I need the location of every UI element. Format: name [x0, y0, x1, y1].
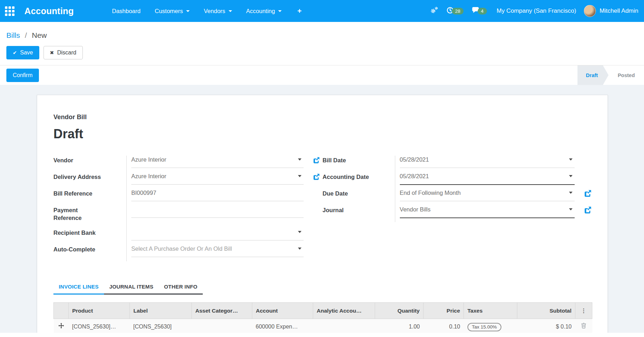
bill-reference-field[interactable]: BI000997	[131, 189, 304, 201]
auto-complete-label: Auto-Complete	[53, 245, 126, 261]
user-menu[interactable]: Mitchell Admin	[584, 5, 638, 17]
external-link-icon[interactable]	[584, 206, 592, 214]
column-header-label: Label	[130, 303, 192, 319]
form-left-column: Vendor Azure Interior Delivery Address A…	[53, 156, 304, 261]
external-link-icon[interactable]	[584, 190, 592, 197]
tax-badge[interactable]: Tax 15.00%	[467, 323, 502, 331]
cell-account[interactable]: 600000 Expen…	[252, 319, 313, 333]
delivery-address-field[interactable]: Azure Interior	[131, 172, 304, 185]
tab-other-info[interactable]: OTHER INFO	[159, 280, 203, 295]
chevron-down-icon[interactable]	[298, 158, 301, 161]
delete-line-icon[interactable]	[581, 323, 586, 331]
cell-product[interactable]: [CONS_25630]…	[69, 319, 130, 333]
plus-icon: +	[297, 7, 301, 15]
chevron-down-icon	[278, 10, 282, 12]
discard-button[interactable]: ✖ Discard	[44, 46, 83, 59]
breadcrumb-bills-link[interactable]: Bills	[6, 31, 20, 39]
column-header-account: Account	[252, 303, 313, 319]
status-step-draft[interactable]: Draft	[577, 65, 609, 85]
due-date-label: Due Date	[323, 189, 395, 205]
menu-vendors[interactable]: Vendors	[204, 8, 232, 14]
invoice-line-row: [CONS_25630]… [CONS_25630] Screw 600000 …	[54, 319, 592, 333]
settings-gears-icon[interactable]	[430, 6, 438, 16]
action-buttons: ✔ Save ✖ Discard	[6, 46, 638, 59]
field-row-due-date: Due Date End of Following Month	[313, 189, 592, 205]
chevron-down-icon	[186, 10, 190, 12]
field-row-vendor: Vendor Azure Interior	[53, 156, 304, 172]
cell-analytic-account[interactable]	[313, 319, 375, 333]
user-name: Mitchell Admin	[599, 7, 638, 14]
column-header-analytic-account: Analytic Accou…	[313, 303, 375, 319]
document-type-label: Vendor Bill	[53, 114, 592, 121]
menu-customers[interactable]: Customers	[155, 8, 190, 14]
company-switcher[interactable]: My Company (San Francisco)	[497, 7, 576, 14]
menu-dashboard[interactable]: Dashboard	[112, 8, 141, 14]
cell-subtotal[interactable]: $ 0.10	[517, 319, 575, 333]
column-header-taxes: Taxes	[464, 303, 517, 319]
cell-taxes[interactable]: Tax 15.00%	[464, 319, 517, 333]
external-link-icon[interactable]	[313, 175, 320, 181]
cell-asset-category[interactable]	[192, 319, 252, 333]
field-row-journal: Journal Vendor Bills	[313, 205, 592, 222]
status-step-posted[interactable]: Posted	[609, 65, 644, 85]
auto-complete-field[interactable]: Select A Purchase Order Or An Old Bill	[131, 245, 304, 257]
cell-price[interactable]: 0.10	[424, 319, 464, 333]
column-header-quantity: Quantity	[375, 303, 424, 319]
accounting-date-field[interactable]: 05/28/2021	[400, 172, 575, 185]
handle-column-header	[54, 303, 69, 319]
breadcrumb-separator: /	[25, 31, 27, 39]
chevron-down-icon[interactable]	[569, 208, 573, 210]
field-row-bill-reference: Bill Reference BI000997	[53, 189, 304, 205]
accounting-date-label: Accounting Date	[323, 172, 395, 189]
topbar-right: 28 4 My Company (San Francisco) Mitchell…	[430, 5, 638, 17]
chevron-down-icon[interactable]	[298, 231, 301, 233]
payment-reference-label: Payment Reference	[53, 205, 126, 228]
breadcrumb-current: New	[32, 31, 47, 39]
document-state-title: Draft	[53, 127, 592, 141]
confirm-button[interactable]: Confirm	[6, 69, 39, 82]
field-row-recipient-bank: Recipient Bank	[53, 228, 304, 245]
bill-date-field[interactable]: 05/28/2021	[400, 156, 575, 168]
activities-button[interactable]: 28	[446, 6, 464, 16]
due-date-field[interactable]: End of Following Month	[400, 189, 575, 201]
chevron-down-icon[interactable]	[569, 175, 573, 177]
field-row-delivery-address: Delivery Address Azure Interior	[53, 172, 304, 189]
cell-label[interactable]: [CONS_25630] Screw	[130, 319, 192, 333]
column-header-subtotal: Subtotal	[517, 303, 575, 319]
bill-reference-label: Bill Reference	[53, 189, 126, 205]
save-button[interactable]: ✔ Save	[6, 46, 39, 59]
menu-accounting[interactable]: Accounting	[246, 8, 282, 14]
tab-invoice-lines[interactable]: INVOICE LINES	[53, 280, 104, 295]
status-steps: Draft Posted	[577, 65, 644, 85]
check-icon: ✔	[13, 50, 17, 56]
delivery-address-label: Delivery Address	[53, 172, 126, 189]
field-row-bill-date: Bill Date 05/28/2021	[313, 156, 592, 172]
payment-reference-field[interactable]	[131, 205, 304, 218]
field-row-auto-complete: Auto-Complete Select A Purchase Order Or…	[53, 245, 304, 261]
field-row-payment-reference: Payment Reference	[53, 205, 304, 228]
drag-handle-icon[interactable]	[54, 319, 69, 333]
chevron-down-icon[interactable]	[298, 248, 301, 250]
invoice-lines-table: Product Label Asset Categor… Account Ana…	[53, 302, 592, 333]
app-title[interactable]: Accounting	[24, 6, 74, 16]
journal-field[interactable]: Vendor Bills	[400, 205, 575, 218]
column-options-icon[interactable]: ⋮	[575, 303, 592, 319]
journal-label: Journal	[323, 205, 395, 222]
recipient-bank-field[interactable]	[131, 228, 304, 240]
column-header-product: Product	[69, 303, 130, 319]
close-icon: ✖	[50, 50, 54, 56]
apps-menu-icon[interactable]	[5, 6, 15, 16]
chevron-down-icon[interactable]	[569, 192, 573, 194]
cell-quantity[interactable]: 1.00	[375, 319, 424, 333]
user-avatar	[584, 5, 596, 17]
external-link-icon[interactable]	[313, 159, 320, 165]
chevron-down-icon[interactable]	[298, 175, 301, 177]
tab-journal-items[interactable]: JOURNAL ITEMS	[104, 280, 159, 295]
breadcrumb: Bills / New	[6, 31, 638, 40]
bill-date-label: Bill Date	[323, 156, 395, 172]
vendor-field[interactable]: Azure Interior	[131, 156, 304, 168]
add-menu-button[interactable]: +	[297, 7, 301, 15]
statusbar: Confirm Draft Posted	[0, 65, 644, 85]
messages-button[interactable]: 4	[471, 6, 487, 16]
chevron-down-icon[interactable]	[569, 158, 573, 161]
